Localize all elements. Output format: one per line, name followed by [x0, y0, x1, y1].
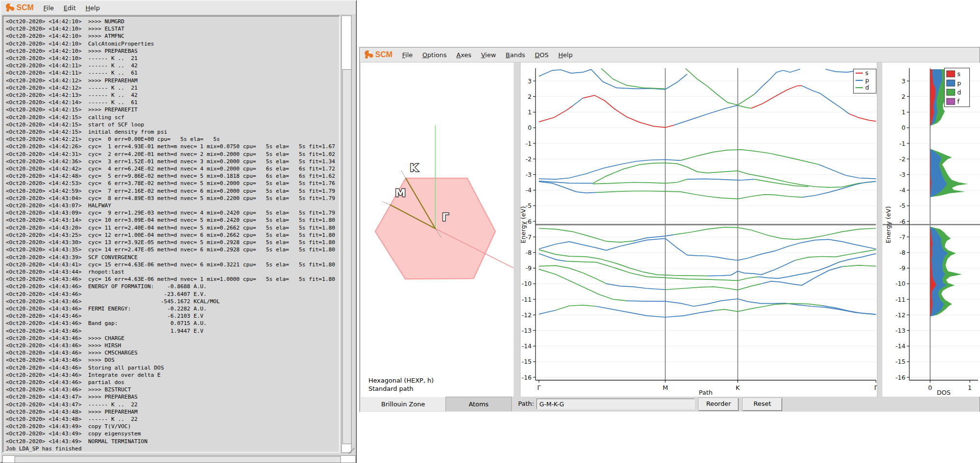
svg-text:Γ: Γ [537, 384, 541, 391]
svg-text:-12: -12 [896, 311, 905, 319]
svg-text:-6: -6 [900, 218, 906, 225]
panel-sash-left[interactable] [513, 62, 521, 397]
svg-text:-10: -10 [896, 280, 905, 287]
log-vertical-scrollbar[interactable] [341, 15, 352, 453]
menu-item-dos[interactable]: DOS [530, 51, 554, 59]
tab-brillouin-zone[interactable]: Brillouin Zone [361, 397, 446, 411]
svg-text:-2: -2 [526, 155, 532, 163]
svg-text:-13: -13 [896, 327, 905, 334]
svg-text:-13: -13 [522, 327, 532, 334]
menu-item-options[interactable]: Options [417, 51, 451, 59]
svg-text:f: f [957, 98, 960, 105]
svg-text:-11: -11 [896, 296, 905, 303]
svg-text:M: M [662, 384, 668, 391]
scm-logo-menu[interactable]: SCM [1, 3, 39, 13]
svg-text:-8: -8 [900, 249, 906, 256]
band-structure-plot: 3210-1-2-3-4-5-6-7-8-9-10-11-12-13-14-15… [521, 62, 877, 397]
bz-dash-ext-m [383, 201, 390, 205]
svg-text:1: 1 [968, 384, 972, 391]
menu-item-help[interactable]: Help [553, 51, 578, 59]
scm-logo-text-2: SCM [375, 50, 393, 59]
tab-atoms[interactable]: Atoms [446, 397, 512, 411]
dos-yaxis-label: Energy (eV) [885, 206, 892, 244]
brillouin-zone-panel[interactable]: K M Γ Hexagonal (HEXP, h) Standard path [361, 62, 513, 397]
bandstructure-menu-items: FileOptionsAxesViewBandsDOSHelp [398, 51, 578, 59]
bottom-bar: Brillouin Zone Atoms Path: Reorder Reset [360, 397, 980, 412]
svg-text:-10: -10 [522, 280, 532, 287]
menu-item-axes[interactable]: Axes [452, 51, 476, 59]
logfile-menubar: SCM FileEditHelp [1, 1, 356, 15]
scm-logo-icon-2 [364, 50, 374, 60]
logfile-menu-items: FileEditHelp [39, 4, 105, 12]
logfile-window: SCM FileEditHelp <Oct20-2020> <14:42:10>… [0, 0, 357, 463]
svg-text:s: s [865, 69, 869, 77]
menu-item-edit[interactable]: Edit [59, 4, 80, 12]
panel-sash-right[interactable] [877, 62, 883, 397]
log-output[interactable]: <Oct20-2020> <14:42:10> >>>> NUMGRD <Oct… [3, 16, 339, 452]
svg-text:-2: -2 [900, 155, 905, 163]
reset-button[interactable]: Reset [743, 398, 782, 411]
svg-text:0: 0 [528, 124, 532, 131]
svg-text:2: 2 [902, 93, 905, 100]
bandstructure-menubar: SCM FileOptionsAxesViewBandsDOSHelp [360, 47, 980, 62]
bz-label-gamma: Γ [442, 211, 449, 223]
bandstructure-window: SCM FileOptionsAxesViewBandsDOSHelp K M … [359, 47, 980, 412]
menu-item-file[interactable]: File [39, 4, 59, 12]
menu-item-file[interactable]: File [398, 51, 418, 59]
bz-label-k: K [410, 162, 418, 174]
svg-text:-14: -14 [522, 342, 532, 350]
svg-text:K: K [735, 384, 740, 391]
svg-text:-5: -5 [900, 202, 905, 209]
svg-text:0: 0 [928, 384, 932, 391]
scm-logo-menu-2[interactable]: SCM [360, 50, 398, 60]
svg-text:d: d [957, 89, 961, 96]
svg-text:-11: -11 [522, 296, 532, 303]
svg-text:3: 3 [902, 77, 905, 85]
reorder-button[interactable]: Reorder [699, 398, 738, 411]
svg-text:0: 0 [902, 124, 905, 131]
svg-text:-4: -4 [526, 186, 532, 194]
svg-text:-9: -9 [900, 264, 906, 272]
svg-text:1: 1 [528, 108, 532, 116]
path-input[interactable] [536, 399, 695, 409]
svg-text:-15: -15 [522, 358, 532, 365]
menu-item-view[interactable]: View [476, 51, 501, 59]
svg-text:-1: -1 [900, 140, 905, 147]
svg-text:3: 3 [528, 77, 532, 85]
dos-panel: 3210-1-2-3-4-5-6-7-8-9-10-11-12-13-14-15… [883, 62, 980, 397]
svg-text:-14: -14 [896, 342, 905, 350]
svg-text:-9: -9 [526, 264, 532, 272]
svg-text:1: 1 [902, 108, 905, 116]
log-hscroll-thumb[interactable] [15, 456, 341, 463]
svg-text:-3: -3 [900, 171, 905, 178]
path-label: Path: [518, 400, 534, 407]
svg-text:d: d [865, 84, 869, 91]
svg-text:-3: -3 [526, 171, 532, 178]
band-structure-panel: 3210-1-2-3-4-5-6-7-8-9-10-11-12-13-14-15… [521, 62, 877, 397]
brillouin-zone-figure[interactable]: K M Γ [361, 62, 513, 397]
bz-label-m: M [395, 187, 406, 199]
menu-item-help[interactable]: Help [81, 4, 105, 12]
scm-logo-text: SCM [16, 3, 34, 12]
svg-text:-16: -16 [522, 374, 532, 381]
bz-dash-ext-k [401, 170, 406, 178]
dos-xaxis-label: DOS [937, 389, 951, 396]
svg-text:2: 2 [528, 93, 532, 100]
svg-text:p: p [957, 79, 961, 87]
log-text-area[interactable]: <Oct20-2020> <14:42:10> >>>> NUMGRD <Oct… [2, 15, 340, 453]
band-xaxis-label: Path [699, 389, 713, 396]
desktop: SCM FileEditHelp <Oct20-2020> <14:42:10>… [0, 0, 980, 463]
dos-plot: 3210-1-2-3-4-5-6-7-8-9-10-11-12-13-14-15… [883, 62, 980, 397]
svg-text:-8: -8 [526, 249, 532, 256]
menu-item-bands[interactable]: Bands [501, 51, 530, 59]
log-vscroll-thumb[interactable] [342, 69, 352, 444]
bz-lattice-type: Hexagonal (HEXP, h) [368, 376, 434, 385]
bz-caption: Hexagonal (HEXP, h) Standard path [368, 376, 434, 393]
svg-text:-7: -7 [900, 233, 905, 241]
resize-grip-icon[interactable] [343, 448, 355, 454]
log-horizontal-scrollbar[interactable] [2, 455, 356, 463]
bz-path-type: Standard path [368, 385, 434, 393]
svg-text:-12: -12 [522, 311, 532, 319]
svg-text:-15: -15 [896, 358, 905, 365]
svg-text:p: p [865, 77, 869, 84]
